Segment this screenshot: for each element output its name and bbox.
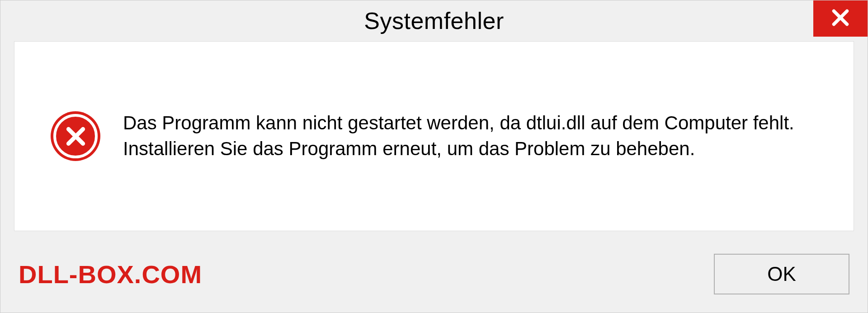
error-icon <box>51 111 100 161</box>
content-panel: Das Programm kann nicht gestartet werden… <box>14 41 854 231</box>
error-message: Das Programm kann nicht gestartet werden… <box>123 110 817 161</box>
close-icon <box>829 6 852 31</box>
ok-button[interactable]: OK <box>714 254 849 294</box>
error-icon-wrap <box>51 111 100 161</box>
bottom-bar: DLL-BOX.COM OK <box>0 245 868 313</box>
close-button[interactable] <box>813 0 868 37</box>
error-dialog: Systemfehler Das Programm kann nicht ges… <box>0 0 868 313</box>
title-bar: Systemfehler <box>0 0 868 41</box>
dialog-title: Systemfehler <box>364 7 504 34</box>
watermark-text: DLL-BOX.COM <box>19 260 202 289</box>
